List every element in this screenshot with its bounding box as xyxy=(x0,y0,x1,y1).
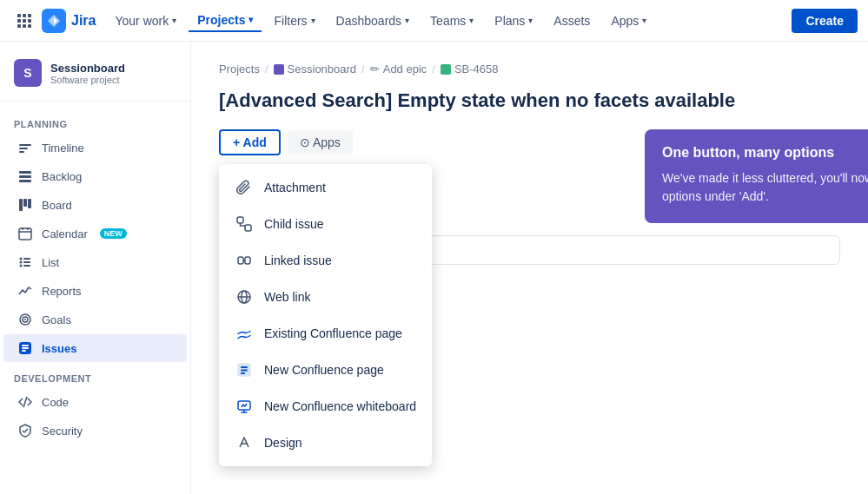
project-icon: S xyxy=(14,59,42,87)
sidebar-item-security[interactable]: Security xyxy=(3,417,187,445)
nav-apps[interactable]: Apps ▾ xyxy=(602,10,655,31)
apps-button[interactable]: ⊙ Apps xyxy=(288,130,353,155)
breadcrumb-sessionboard[interactable]: Sessionboard xyxy=(274,63,357,76)
svg-rect-7 xyxy=(23,24,26,28)
svg-rect-4 xyxy=(23,19,26,23)
dropdown-item-web-link[interactable]: Web link xyxy=(219,279,432,315)
svg-point-26 xyxy=(20,265,23,267)
svg-rect-13 xyxy=(19,175,31,178)
nav-teams[interactable]: Teams ▾ xyxy=(421,10,482,31)
main-content: Projects / Sessionboard / ✏ Add epic / S… xyxy=(191,42,868,494)
svg-rect-47 xyxy=(241,372,245,374)
jira-logo-icon xyxy=(42,9,66,33)
svg-rect-34 xyxy=(22,350,26,352)
svg-line-35 xyxy=(23,397,27,407)
tooltip-body: We've made it less cluttered, you'll now… xyxy=(662,169,868,206)
sidebar-item-code[interactable]: Code xyxy=(3,388,187,416)
svg-rect-8 xyxy=(28,24,31,28)
top-nav: Jira Your work ▾ Projects ▾ Filters ▾ Da… xyxy=(0,0,868,42)
svg-rect-23 xyxy=(23,258,30,260)
svg-rect-0 xyxy=(17,14,21,17)
svg-rect-27 xyxy=(23,265,30,267)
nav-your-work[interactable]: Your work ▾ xyxy=(106,10,185,31)
breadcrumb: Projects / Sessionboard / ✏ Add epic / S… xyxy=(219,63,840,76)
timeline-icon xyxy=(17,140,33,155)
svg-point-24 xyxy=(20,261,23,264)
development-section-label: DEVELOPMENT xyxy=(0,363,190,387)
svg-rect-17 xyxy=(28,199,31,208)
sidebar-item-issues[interactable]: Issues xyxy=(3,334,187,362)
calendar-icon xyxy=(17,226,33,241)
create-button[interactable]: Create xyxy=(792,9,858,33)
dropdown-item-new-confluence-whiteboard[interactable]: New Confluence whiteboard xyxy=(219,388,432,425)
nav-dashboards[interactable]: Dashboards ▾ xyxy=(328,10,419,31)
dropdown-item-existing-confluence[interactable]: Existing Confluence page xyxy=(219,315,432,352)
sidebar: S Sessionboard Software project PLANNING… xyxy=(0,42,191,494)
breadcrumb-issue-id: SB-4658 xyxy=(441,63,499,76)
sidebar-item-calendar[interactable]: Calendar NEW xyxy=(3,220,187,247)
toolbar: + Add ⊙ Apps Attachment Child issue xyxy=(219,129,840,155)
list-icon xyxy=(17,254,33,270)
svg-point-30 xyxy=(24,319,26,320)
new-confluence-whiteboard-icon xyxy=(235,397,254,416)
add-dropdown-menu: Attachment Child issue Linked issue xyxy=(219,164,432,466)
svg-rect-10 xyxy=(19,148,28,149)
svg-rect-9 xyxy=(19,144,31,146)
svg-rect-36 xyxy=(237,217,243,223)
breadcrumb-add-epic[interactable]: ✏ Add epic xyxy=(370,63,427,76)
page-title: [Advanced Search] Empty state when no fa… xyxy=(219,89,840,112)
nav-projects[interactable]: Projects ▾ xyxy=(189,10,262,32)
svg-rect-39 xyxy=(245,257,250,264)
board-icon xyxy=(17,197,33,213)
dropdown-item-new-confluence-page[interactable]: New Confluence page xyxy=(219,352,432,388)
add-button[interactable]: + Add xyxy=(219,129,281,155)
nav-plans[interactable]: Plans ▾ xyxy=(486,10,541,31)
dropdown-item-linked-issue[interactable]: Linked issue xyxy=(219,242,432,279)
grid-menu-icon[interactable] xyxy=(10,7,38,35)
svg-rect-3 xyxy=(17,19,21,23)
svg-rect-33 xyxy=(22,347,29,349)
svg-rect-37 xyxy=(245,225,251,231)
new-confluence-page-icon xyxy=(235,360,254,379)
sidebar-item-timeline[interactable]: Timeline xyxy=(3,134,187,161)
nav-assets[interactable]: Assets xyxy=(545,10,599,31)
issues-icon xyxy=(17,340,33,356)
calendar-badge: NEW xyxy=(100,228,127,239)
jira-logo[interactable]: Jira xyxy=(42,9,96,33)
planning-section-label: PLANNING xyxy=(0,109,190,133)
project-name: Sessionboard xyxy=(50,62,125,75)
nav-filters[interactable]: Filters ▾ xyxy=(265,10,323,31)
dropdown-item-attachment[interactable]: Attachment xyxy=(219,169,432,206)
sidebar-item-list[interactable]: List xyxy=(3,248,187,276)
sidebar-item-goals[interactable]: Goals xyxy=(3,306,187,333)
svg-rect-5 xyxy=(28,19,31,23)
svg-rect-12 xyxy=(19,171,31,174)
code-icon xyxy=(17,394,33,410)
existing-confluence-icon xyxy=(235,324,254,343)
dropdown-item-design[interactable]: Design xyxy=(219,425,432,461)
sidebar-item-board[interactable]: Board xyxy=(3,191,187,219)
svg-rect-46 xyxy=(241,370,248,372)
svg-rect-45 xyxy=(241,366,248,368)
child-issue-icon xyxy=(235,214,254,234)
svg-rect-14 xyxy=(19,180,31,182)
svg-rect-16 xyxy=(23,199,27,207)
backlog-icon xyxy=(17,168,33,184)
svg-point-22 xyxy=(20,258,23,260)
web-link-icon xyxy=(235,287,254,306)
svg-rect-25 xyxy=(23,261,30,263)
goals-icon xyxy=(17,312,33,327)
breadcrumb-projects[interactable]: Projects xyxy=(219,63,260,76)
security-icon xyxy=(17,423,33,438)
sidebar-project[interactable]: S Sessionboard Software project xyxy=(0,52,190,102)
jira-logo-text: Jira xyxy=(71,13,96,29)
tooltip-title: One button, many options xyxy=(662,145,834,161)
svg-rect-18 xyxy=(19,228,31,240)
sidebar-item-backlog[interactable]: Backlog xyxy=(3,162,187,190)
svg-rect-1 xyxy=(23,14,26,17)
svg-rect-11 xyxy=(19,151,24,153)
dropdown-item-child-issue[interactable]: Child issue xyxy=(219,206,432,242)
sidebar-item-reports[interactable]: Reports xyxy=(3,277,187,305)
svg-rect-15 xyxy=(19,199,23,211)
svg-rect-2 xyxy=(28,14,31,17)
